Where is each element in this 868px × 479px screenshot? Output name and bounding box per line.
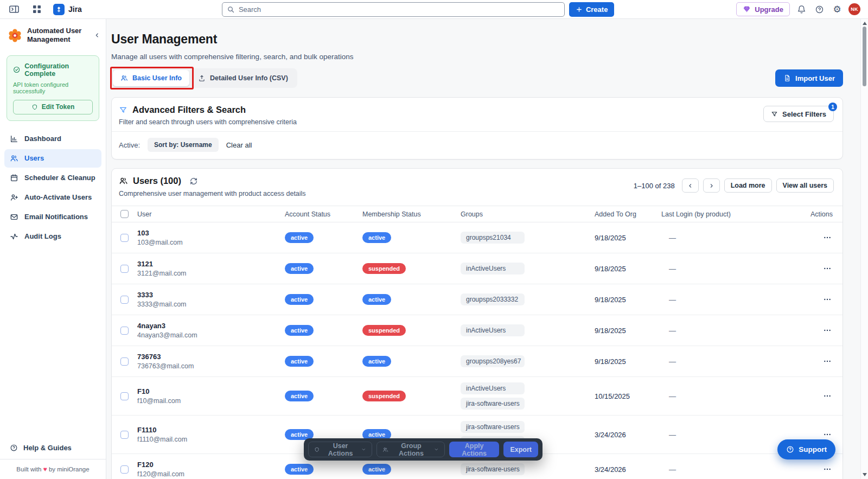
sidebar-item-dashboard[interactable]: Dashboard	[4, 130, 101, 148]
user-email: f120@mail.com	[137, 470, 285, 478]
funnel-icon	[771, 111, 778, 118]
added-to-org-date: 3/24/2026	[595, 465, 661, 474]
row-checkbox[interactable]	[120, 465, 129, 474]
import-user-button[interactable]: Import User	[775, 69, 843, 87]
users-icon	[382, 446, 388, 454]
row-actions-ellipsis-icon[interactable]	[821, 231, 834, 244]
next-page-button[interactable]	[703, 178, 720, 193]
refresh-icon[interactable]	[190, 177, 197, 185]
row-checkbox[interactable]	[120, 296, 129, 304]
document-icon	[783, 74, 791, 82]
sidebar-item-audit-logs[interactable]: Audit Logs	[4, 227, 101, 246]
jira-logo-icon	[53, 4, 65, 15]
settings-gear-icon[interactable]: ⚙	[831, 3, 844, 16]
sidebar-item-help-guides[interactable]: Help & Guides	[0, 438, 106, 459]
group-chip: inActiveUsers	[461, 324, 525, 336]
users-icon	[10, 154, 18, 163]
scroll-up-arrow[interactable]	[863, 22, 867, 25]
question-circle-icon	[786, 445, 794, 454]
groups-cell: inActiveUsersjira-software-users	[461, 377, 595, 415]
row-checkbox[interactable]	[120, 357, 129, 366]
row-checkbox[interactable]	[120, 392, 129, 400]
user-name: 103	[137, 229, 285, 237]
page-subtitle: Manage all users with comprehensive filt…	[111, 53, 843, 61]
tab-detailed-user-info-csv[interactable]: Detailed User Info (CSV)	[190, 70, 296, 86]
jira-brand[interactable]: Jira	[53, 4, 82, 15]
sidebar-item-auto-activate-users[interactable]: Auto-Activate Users	[4, 188, 101, 207]
sidebar-item-scheduler-cleanup[interactable]: Scheduler & Cleanup	[4, 169, 101, 187]
sidebar-toggle-icon[interactable]	[8, 3, 21, 16]
gem-icon	[743, 5, 751, 13]
group-chip: jira-software-users	[461, 421, 525, 433]
notifications-icon[interactable]	[795, 3, 808, 16]
scrollbar-thumb[interactable]	[863, 27, 866, 86]
row-checkbox[interactable]	[120, 265, 129, 273]
load-more-button[interactable]: Load more	[724, 178, 772, 193]
top-bar: Jira Create Upgrade ⚙ NK	[0, 0, 868, 19]
column-header-groups: Groups	[461, 210, 595, 218]
sidebar-item-users[interactable]: Users	[4, 149, 101, 168]
row-checkbox[interactable]	[120, 234, 129, 242]
collapse-chevron-icon[interactable]	[94, 32, 100, 39]
membership-status-badge: active	[362, 464, 391, 475]
app-switcher-icon[interactable]	[30, 3, 43, 16]
support-button[interactable]: Support	[777, 439, 835, 459]
filters-title: Advanced Filters & Search	[132, 105, 246, 115]
user-email: 3333@mail.com	[137, 301, 285, 308]
row-actions-ellipsis-icon[interactable]	[821, 262, 834, 275]
group-actions-dropdown[interactable]: Group Actions	[376, 442, 445, 457]
sidebar-item-email-notifications[interactable]: Email Notifications	[4, 208, 101, 226]
added-to-org-date: 9/18/2025	[595, 265, 661, 273]
tab-basic-user-info[interactable]: Basic User Info	[113, 70, 189, 86]
pagination-range: 1–100 of 238	[634, 182, 675, 190]
create-button[interactable]: Create	[569, 2, 614, 17]
table-row: 4nayan3 4nayan3@mail.com active suspende…	[112, 315, 843, 346]
view-all-users-button[interactable]: View all users	[776, 178, 834, 193]
search-icon	[227, 5, 235, 14]
row-actions-ellipsis-icon[interactable]	[821, 355, 834, 368]
select-all-checkbox[interactable]	[120, 210, 129, 218]
row-actions-ellipsis-icon[interactable]	[821, 293, 834, 306]
page-title: User Management	[111, 32, 843, 47]
funnel-icon	[119, 106, 127, 114]
export-button[interactable]: Export	[503, 442, 538, 457]
table-header: User Account Status Membership Status Gr…	[112, 206, 843, 222]
added-to-org-date: 9/18/2025	[595, 296, 661, 304]
row-actions-ellipsis-icon[interactable]	[821, 389, 834, 403]
users-card: Users (100) Comprehensive user managemen…	[111, 168, 843, 479]
search-input[interactable]	[222, 2, 565, 17]
last-login-value: —	[661, 234, 805, 242]
user-actions-dropdown[interactable]: User Actions	[308, 442, 372, 457]
sidebar-item-label: Audit Logs	[24, 232, 61, 240]
config-status-subtitle: API token configured successfully	[13, 81, 93, 94]
select-filters-button[interactable]: Select Filters 1	[763, 106, 834, 122]
added-to-org-date: 10/15/2025	[595, 392, 661, 400]
user-name: 4nayan3	[137, 322, 285, 330]
apply-actions-button[interactable]: Apply Actions	[449, 442, 499, 457]
scroll-down-arrow[interactable]	[863, 473, 867, 476]
row-checkbox[interactable]	[120, 431, 129, 439]
user-name: 3121	[137, 260, 285, 268]
column-header-membership-status: Membership Status	[362, 210, 461, 218]
row-actions-ellipsis-icon[interactable]	[821, 463, 834, 476]
sort-by-chip[interactable]: Sort by: Username	[148, 138, 219, 152]
row-checkbox[interactable]	[120, 327, 129, 335]
prev-page-button[interactable]	[682, 178, 699, 193]
column-header-user: User	[137, 210, 285, 218]
avatar[interactable]: NK	[848, 3, 860, 15]
account-status-badge: active	[285, 294, 314, 305]
groups-cell: groupsps2033332	[461, 288, 595, 311]
upgrade-button[interactable]: Upgrade	[736, 2, 790, 16]
edit-token-button[interactable]: Edit Token	[13, 100, 93, 114]
sidebar-item-label: Auto-Activate Users	[24, 193, 92, 201]
sidebar: Automated User Management Configuration …	[0, 19, 106, 479]
sidebar-item-label: Dashboard	[24, 135, 61, 143]
activity-icon	[10, 232, 18, 241]
chevron-left-icon	[687, 183, 693, 189]
groups-cell: inActiveUsers	[461, 257, 595, 280]
row-actions-ellipsis-icon[interactable]	[821, 324, 834, 337]
user-email: 103@mail.com	[137, 239, 285, 246]
plugin-logo-icon	[8, 28, 22, 43]
help-icon[interactable]	[813, 3, 826, 16]
clear-all-link[interactable]: Clear all	[226, 141, 252, 149]
